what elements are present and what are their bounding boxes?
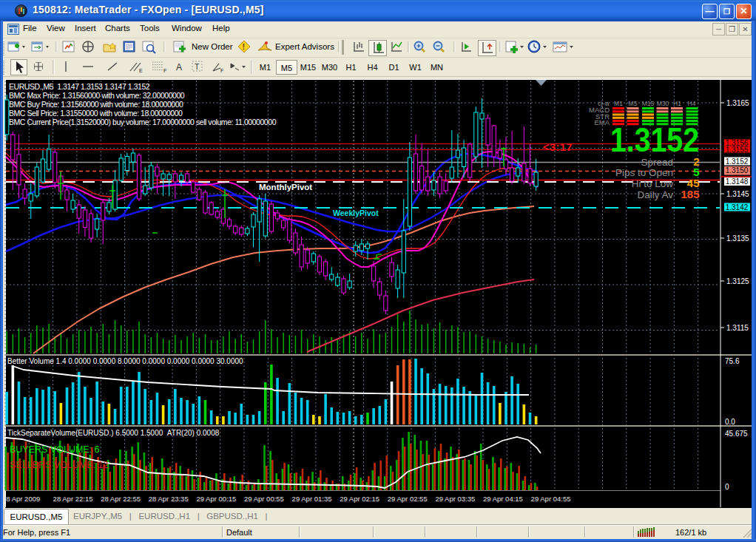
svg-text:1.3148: 1.3148 xyxy=(726,177,749,186)
svg-text:0: 0 xyxy=(725,483,729,491)
svg-text:1.3115: 1.3115 xyxy=(726,324,749,332)
svg-text:WeeklyPivot: WeeklyPivot xyxy=(333,209,379,217)
svg-text:Expert Advisors: Expert Advisors xyxy=(275,42,334,51)
svg-text:28 Apr 23:35: 28 Apr 23:35 xyxy=(149,495,189,503)
svg-text:185: 185 xyxy=(681,188,699,200)
svg-text:Spread: Spread xyxy=(641,157,673,168)
svg-text:1.3125: 1.3125 xyxy=(726,277,749,285)
svg-text:28 Apr 2009: 28 Apr 2009 xyxy=(2,495,40,503)
svg-text:TickSeparateVolume(EURUSD.) 6.: TickSeparateVolume(EURUSD.) 6.5000 1.500… xyxy=(7,429,220,437)
svg-text:Hi to Low: Hi to Low xyxy=(632,178,674,189)
svg-text:28 Apr 22:55: 28 Apr 22:55 xyxy=(101,495,141,503)
svg-text:EMA: EMA xyxy=(594,118,610,126)
svg-text:BMC Max Price: 1.31560000 with: BMC Max Price: 1.31560000 with volume: 3… xyxy=(9,91,185,100)
svg-text:F: F xyxy=(220,68,223,73)
svg-text:1.3152: 1.3152 xyxy=(610,120,699,159)
svg-text:T: T xyxy=(195,62,200,71)
svg-text:1.3152: 1.3152 xyxy=(726,157,749,166)
svg-text:F: F xyxy=(163,68,166,73)
svg-text:H4: H4 xyxy=(688,100,696,107)
svg-text:BMC Current Price(1.31520000): BMC Current Price(1.31520000) buy volume… xyxy=(9,118,277,126)
svg-text:Pips to Open: Pips to Open xyxy=(615,167,673,178)
svg-text:45.675: 45.675 xyxy=(725,430,748,438)
svg-text:1.3150: 1.3150 xyxy=(726,166,749,175)
svg-text:29 Apr 03:35: 29 Apr 03:35 xyxy=(435,495,475,503)
svg-text:75.6: 75.6 xyxy=(725,357,740,365)
svg-text:M30: M30 xyxy=(657,100,669,107)
svg-text:New Order: New Order xyxy=(192,42,233,51)
svg-text:Daily Av: Daily Av xyxy=(637,189,673,200)
svg-text:BMC Sell Price: 1.31550000 wit: BMC Sell Price: 1.31550000 with volume: … xyxy=(9,109,183,118)
svg-text:MonthlyPivot: MonthlyPivot xyxy=(259,183,312,192)
svg-text:E: E xyxy=(139,68,143,73)
svg-text:1.3165: 1.3165 xyxy=(726,99,749,107)
svg-text:!: ! xyxy=(243,42,246,51)
svg-text:29 Apr 04:55: 29 Apr 04:55 xyxy=(531,495,571,503)
svg-text:29 Apr 04:15: 29 Apr 04:15 xyxy=(483,495,523,503)
svg-text:0.0: 0.0 xyxy=(725,418,735,426)
svg-text:1.3155: 1.3155 xyxy=(726,146,749,154)
svg-text:29 Apr 02:15: 29 Apr 02:15 xyxy=(340,495,379,503)
svg-text:1.3145: 1.3145 xyxy=(726,190,749,198)
svg-text:1.3142: 1.3142 xyxy=(726,203,749,211)
svg-text:M5: M5 xyxy=(629,100,638,107)
svg-text:H1: H1 xyxy=(673,100,681,107)
svg-text:M1: M1 xyxy=(614,100,623,107)
svg-text:1.3135: 1.3135 xyxy=(726,234,749,243)
svg-text:EURUSD.,M5 1.3147 1.3153 1.31: EURUSD.,M5 1.3147 1.3153 1.3147 1.3152 xyxy=(9,82,150,91)
svg-text:BUYERS VOLUME: 6: BUYERS VOLUME: 6 xyxy=(10,444,100,455)
svg-text:<3:17: <3:17 xyxy=(543,141,573,153)
svg-text:29 Apr 00:55: 29 Apr 00:55 xyxy=(244,495,284,503)
svg-text:A: A xyxy=(176,62,182,72)
svg-text:SELLERS VOLUME: 12: SELLERS VOLUME: 12 xyxy=(10,460,108,470)
svg-text:BMC Buy Price: 1.31560000 with: BMC Buy Price: 1.31560000 with volume: 1… xyxy=(9,100,183,109)
svg-text:Better Volume 1.4 0.0000 0.000: Better Volume 1.4 0.0000 0.0000 8.0000 0… xyxy=(7,357,243,365)
svg-text:28 Apr 22:15: 28 Apr 22:15 xyxy=(53,495,93,503)
svg-text:29 Apr 02:55: 29 Apr 02:55 xyxy=(388,495,428,503)
svg-text:29 Apr 01:35: 29 Apr 01:35 xyxy=(292,495,332,503)
svg-text:M15: M15 xyxy=(642,100,655,107)
svg-text:29 Apr 00:15: 29 Apr 00:15 xyxy=(196,495,236,503)
